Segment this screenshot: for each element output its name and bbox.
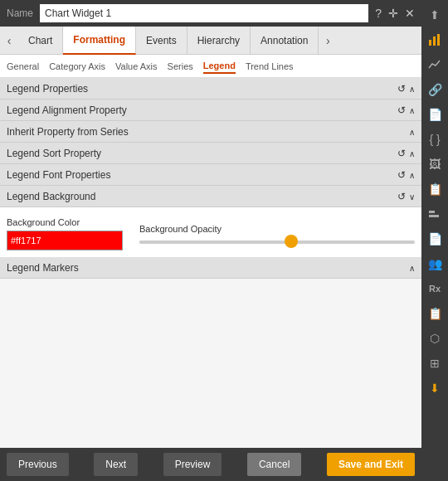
tab-formatting[interactable]: Formatting (63, 27, 136, 55)
header-icons: ? ✛ ✕ (375, 7, 415, 20)
content-area: Legend Properties Legend Alignment Prope… (0, 78, 421, 448)
save-exit-button[interactable]: Save and Exit (327, 453, 415, 476)
svg-rect-4 (429, 215, 439, 217)
footer-bar: Previous Next Preview Cancel Save and Ex… (0, 448, 421, 481)
sub-tab-general[interactable]: General (7, 60, 39, 73)
section-controls-2 (409, 126, 415, 138)
sidebar-table-icon[interactable]: 📋 (423, 177, 446, 201)
tabs-row: ‹ Chart Formatting Events Hierarchy Anno… (0, 27, 421, 55)
tab-events[interactable]: Events (136, 27, 187, 55)
section-inherit-property[interactable]: Inherit Property from Series (0, 121, 421, 143)
right-sidebar: ⬆ 🔗 📄 { } 🖼 📋 📄 👥 Rx 📋 ⬡ ⊞ ⬇ (421, 0, 448, 481)
preview-button[interactable]: Preview (163, 453, 222, 476)
bg-controls-row: Background Color #ff1717 Background Opac… (7, 217, 415, 250)
sidebar-code-icon[interactable]: { } (423, 128, 446, 151)
section-legend-alignment[interactable]: Legend Alignment Property (0, 100, 421, 121)
bg-color-picker[interactable]: #ff1717 (7, 231, 123, 250)
sidebar-chart-icon[interactable] (423, 28, 446, 51)
tab-hierarchy[interactable]: Hierarchy (187, 27, 251, 55)
refresh-icon-0[interactable] (397, 83, 406, 95)
sidebar-report-icon[interactable]: 📄 (423, 227, 446, 250)
tab-annotation[interactable]: Annotation (251, 27, 319, 55)
refresh-icon-1[interactable] (397, 104, 406, 116)
sidebar-grid-icon[interactable]: ⊞ (423, 352, 446, 375)
collapse-icon-4[interactable] (409, 169, 415, 181)
section-legend-properties[interactable]: Legend Properties (0, 78, 421, 100)
section-legend-sort[interactable]: Legend Sort Property (0, 143, 421, 164)
opacity-slider-thumb[interactable] (285, 235, 298, 248)
sub-tab-series[interactable]: Series (168, 60, 193, 73)
move-icon[interactable]: ✛ (388, 7, 398, 20)
collapse-icon-markers[interactable] (409, 262, 415, 274)
bg-color-label: Background Color (7, 217, 123, 227)
tabs-next-nav[interactable]: › (319, 34, 337, 47)
legend-background-content: Background Color #ff1717 Background Opac… (0, 207, 421, 257)
sub-tab-legend[interactable]: Legend (203, 59, 236, 74)
cancel-button[interactable]: Cancel (247, 453, 301, 476)
section-controls-5 (397, 191, 415, 202)
help-icon[interactable]: ? (375, 7, 382, 20)
sidebar-image-icon[interactable]: 🖼 (423, 153, 446, 176)
sub-tab-category-axis[interactable]: Category Axis (49, 60, 105, 73)
sidebar-rx-icon[interactable]: Rx (423, 277, 446, 300)
section-controls-markers (409, 262, 415, 274)
opacity-slider-fill (139, 240, 291, 244)
svg-rect-2 (437, 34, 440, 46)
refresh-icon-5[interactable] (397, 191, 406, 202)
sidebar-download-icon[interactable]: ⬇ (423, 377, 446, 400)
section-controls-3 (397, 148, 415, 159)
widget-name-input[interactable] (40, 4, 368, 22)
collapse-icon-0[interactable] (409, 83, 415, 95)
collapse-icon-3[interactable] (409, 148, 415, 159)
next-button[interactable]: Next (94, 453, 138, 476)
sidebar-layers-icon[interactable]: ⬡ (423, 327, 446, 350)
sidebar-group-icon[interactable]: 👥 (423, 252, 446, 275)
sidebar-upload-icon[interactable]: ⬆ (423, 3, 446, 27)
collapse-icon-2[interactable] (409, 126, 415, 138)
sub-tab-trend-lines[interactable]: Trend Lines (246, 60, 294, 73)
sidebar-list-icon[interactable]: 📋 (423, 302, 446, 325)
bg-color-group: Background Color #ff1717 (7, 217, 123, 250)
section-legend-markers[interactable]: Legend Markers (0, 257, 421, 279)
sub-tabs-row: General Category Axis Value Axis Series … (0, 55, 421, 78)
section-legend-background[interactable]: Legend Background (0, 186, 421, 207)
expand-icon-5[interactable] (409, 191, 415, 202)
section-legend-font[interactable]: Legend Font Properties (0, 164, 421, 186)
previous-button[interactable]: Previous (7, 453, 69, 476)
section-controls-1 (397, 104, 415, 116)
close-icon[interactable]: ✕ (405, 7, 415, 20)
opacity-label: Background Opacity (139, 224, 415, 234)
sidebar-line-chart-icon[interactable] (423, 53, 446, 76)
refresh-icon-4[interactable] (397, 169, 406, 181)
bg-color-value: #ff1717 (11, 236, 41, 245)
section-controls-4 (397, 169, 415, 181)
tab-chart[interactable]: Chart (18, 27, 63, 55)
refresh-icon-3[interactable] (397, 148, 406, 159)
collapse-icon-1[interactable] (409, 104, 415, 116)
sidebar-link-icon[interactable]: 🔗 (423, 78, 446, 101)
svg-rect-1 (433, 36, 436, 46)
opacity-slider-track[interactable] (139, 240, 415, 244)
tabs-prev-nav[interactable]: ‹ (0, 34, 18, 47)
header-bar: Name ? ✛ ✕ (0, 0, 421, 27)
svg-rect-3 (429, 211, 435, 213)
section-controls-0 (397, 83, 415, 95)
svg-rect-0 (429, 40, 431, 46)
sub-tab-value-axis[interactable]: Value Axis (115, 60, 158, 73)
opacity-group: Background Opacity (139, 224, 415, 244)
sidebar-bar-chart-icon[interactable] (423, 202, 446, 226)
name-label: Name (7, 7, 33, 19)
sidebar-doc-icon[interactable]: 📄 (423, 103, 446, 126)
